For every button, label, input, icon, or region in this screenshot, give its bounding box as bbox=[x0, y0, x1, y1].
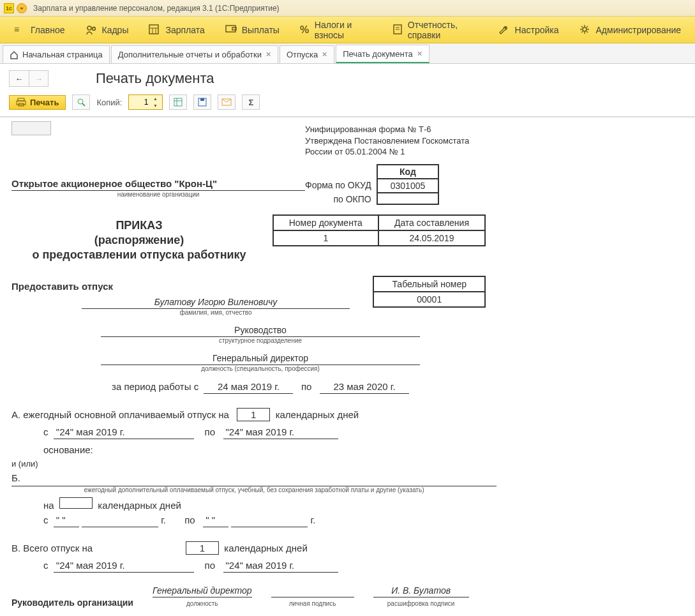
tab-pechat[interactable]: Печать документа✕ bbox=[336, 45, 430, 63]
copies-input[interactable] bbox=[129, 98, 151, 107]
print-button[interactable]: Печать bbox=[9, 95, 66, 110]
sum-button[interactable]: Σ bbox=[242, 94, 260, 110]
svg-rect-2 bbox=[149, 25, 158, 34]
menu-icon: ≡ bbox=[14, 24, 26, 36]
calc-icon bbox=[149, 24, 160, 36]
spin-up-icon[interactable]: ▲ bbox=[151, 95, 160, 102]
manager-signature: Руководитель организации Генеральный дир… bbox=[11, 585, 684, 608]
svg-point-11 bbox=[583, 27, 587, 31]
home-icon bbox=[10, 50, 19, 59]
tab-bar: Начальная страница Дополнительные отчеты… bbox=[0, 43, 695, 64]
pos-line: Генеральный директор должность (специаль… bbox=[11, 353, 509, 372]
mail-icon bbox=[221, 98, 232, 106]
svg-rect-21 bbox=[200, 98, 204, 101]
document-body: Унифицированная форма № Т-6 Утверждена П… bbox=[0, 117, 695, 616]
menu-otchetnost[interactable]: Отчетность, справки bbox=[382, 17, 488, 43]
window-title: Зарплата и управление персоналом, редакц… bbox=[33, 4, 280, 13]
wrench-icon bbox=[498, 24, 510, 36]
period-line: за период работы с 24 мая 2019 г. по 23 … bbox=[11, 381, 509, 394]
forward-button[interactable]: → bbox=[29, 71, 48, 86]
grant-label: Предоставить отпуск bbox=[11, 281, 684, 292]
section-a: А. ежегодный основной оплачиваемый отпус… bbox=[11, 408, 684, 455]
table-icon bbox=[174, 98, 183, 107]
svg-rect-12 bbox=[18, 98, 24, 101]
percent-icon: % bbox=[300, 24, 310, 36]
save-icon bbox=[198, 98, 207, 107]
gear-icon bbox=[579, 24, 591, 36]
people-icon bbox=[86, 24, 97, 36]
zoom-icon bbox=[77, 98, 86, 107]
close-icon[interactable]: ✕ bbox=[265, 50, 271, 59]
menu-vyplaty[interactable]: Выплаты bbox=[215, 17, 290, 43]
dept-line: Руководство структурное подразделение bbox=[11, 325, 509, 344]
preview-button[interactable] bbox=[72, 94, 90, 110]
svg-line-16 bbox=[82, 103, 85, 106]
edit-button[interactable] bbox=[169, 94, 187, 110]
svg-point-15 bbox=[78, 99, 83, 104]
tab-otpuska[interactable]: Отпуска✕ bbox=[280, 45, 334, 63]
report-icon bbox=[392, 24, 403, 36]
back-button[interactable]: ← bbox=[10, 71, 29, 86]
logo-1c-icon: 1c bbox=[4, 3, 14, 13]
close-icon[interactable]: ✕ bbox=[322, 50, 327, 59]
window-titlebar: 1c Зарплата и управление персоналом, ред… bbox=[0, 0, 695, 17]
svg-rect-17 bbox=[174, 98, 182, 106]
nav-buttons: ← → bbox=[9, 70, 49, 87]
close-icon[interactable]: ✕ bbox=[417, 50, 422, 58]
svg-point-1 bbox=[92, 27, 95, 30]
copies-spinner[interactable]: ▲▼ bbox=[128, 94, 163, 110]
page-title: Печать документа bbox=[96, 70, 214, 87]
menu-kadry[interactable]: Кадры bbox=[75, 17, 139, 43]
menu-admin[interactable]: Администрирование bbox=[569, 17, 692, 43]
menu-main[interactable]: ≡Главное bbox=[4, 17, 75, 43]
section-b: Б. ежегодный дополнительный оплачиваемый… bbox=[11, 472, 684, 527]
form-standard: Унифицированная форма № Т-6 Утверждена П… bbox=[305, 124, 684, 158]
svg-rect-6 bbox=[226, 26, 235, 32]
menu-nastroika[interactable]: Настройка bbox=[488, 17, 569, 43]
fio-line: Булатову Игорю Виленовичу фамилия, имя, … bbox=[11, 297, 420, 316]
dropdown-icon[interactable] bbox=[17, 3, 27, 13]
doc-header: ← → Печать документа bbox=[0, 64, 695, 91]
print-toolbar: Печать Копий: ▲▼ Σ bbox=[0, 91, 695, 116]
printer-icon bbox=[16, 98, 26, 107]
copies-label: Копий: bbox=[96, 98, 122, 107]
wallet-icon bbox=[225, 24, 237, 36]
and-or: и (или) bbox=[11, 459, 684, 469]
svg-point-0 bbox=[87, 26, 91, 30]
sigma-icon: Σ bbox=[248, 98, 253, 107]
menu-zarplata[interactable]: Зарплата bbox=[138, 17, 214, 43]
sheet-corner[interactable] bbox=[11, 121, 51, 135]
order-title: ПРИКАЗ (распоряжение) о предоставлении о… bbox=[11, 218, 267, 263]
svg-rect-13 bbox=[17, 101, 26, 105]
spin-down-icon[interactable]: ▼ bbox=[151, 102, 160, 109]
tab-home[interactable]: Начальная страница bbox=[3, 45, 110, 63]
tab-reports[interactable]: Дополнительные отчеты и обработки✕ bbox=[111, 45, 278, 63]
mail-button[interactable] bbox=[218, 94, 235, 110]
menu-nalogi[interactable]: %Налоги и взносы bbox=[290, 17, 382, 43]
main-menu: ≡Главное Кадры Зарплата Выплаты %Налоги … bbox=[0, 17, 695, 43]
save-button[interactable] bbox=[193, 94, 211, 110]
section-v: В. Всего отпуск на 1 календарных дней с … bbox=[11, 541, 684, 573]
